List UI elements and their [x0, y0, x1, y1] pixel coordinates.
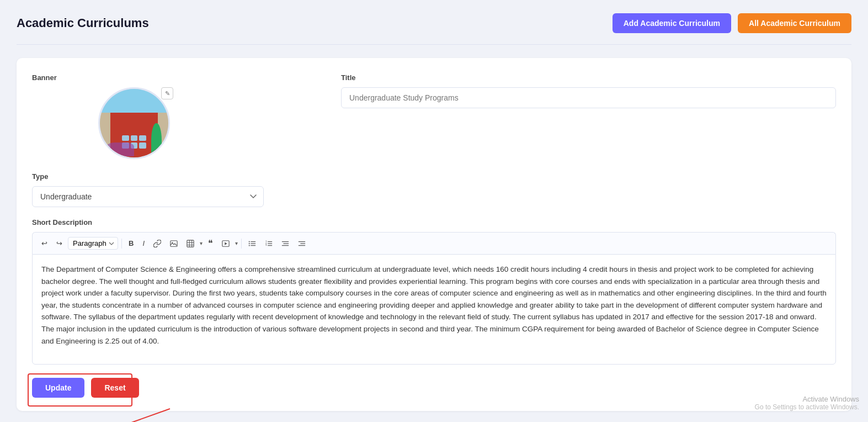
table-button[interactable] [183, 238, 198, 250]
redo-button[interactable]: ↪ [53, 237, 66, 250]
description-section: Short Description ↩ ↪ Paragraph Heading … [32, 218, 836, 365]
title-label: Title [341, 73, 836, 82]
window-cell [139, 135, 146, 141]
reset-button[interactable]: Reset [91, 378, 139, 398]
top-row: Banner [32, 73, 836, 159]
svg-point-9 [249, 241, 250, 242]
type-select[interactable]: Undergraduate Graduate Postgraduate [32, 186, 264, 207]
editor-content[interactable]: The Department of Computer Science & Eng… [32, 254, 836, 365]
tree-shape [151, 123, 162, 157]
header-divider [17, 44, 851, 45]
type-section: Type Undergraduate Graduate Postgraduate [32, 172, 836, 207]
svg-line-28 [93, 409, 170, 422]
banner-edit-icon[interactable]: ✎ [161, 87, 173, 99]
all-curriculum-button[interactable]: All Academic Curriculum [738, 13, 851, 33]
description-label: Short Description [32, 218, 836, 226]
image-button[interactable] [167, 238, 181, 250]
banner-circle [98, 87, 170, 159]
description-text: The Department of Computer Science & Eng… [41, 265, 827, 345]
ol-button[interactable]: 1.2.3. [262, 238, 276, 250]
svg-point-11 [249, 242, 250, 244]
toolbar-separator-2 [241, 239, 242, 249]
svg-marker-8 [225, 242, 227, 245]
page-header: Academic Curriculums Add Academic Curric… [17, 13, 851, 33]
table-arrow-icon: ▾ [200, 240, 203, 246]
ul-button[interactable] [245, 238, 259, 250]
action-row: Update Reset [32, 378, 836, 398]
banner-image [100, 89, 168, 157]
page-title: Academic Curriculums [17, 16, 149, 30]
people-group [106, 143, 134, 156]
annotation-arrow [82, 403, 192, 422]
italic-button[interactable]: I [139, 237, 148, 250]
window-cell [122, 135, 129, 141]
media-arrow-icon: ▾ [235, 240, 238, 246]
window-cell [131, 135, 137, 141]
outdent-button[interactable] [278, 238, 292, 250]
indent-icon [298, 240, 306, 247]
editor-toolbar: ↩ ↪ Paragraph Heading 1 Heading 2 B I [32, 232, 836, 254]
outdent-icon [281, 240, 289, 247]
main-card: Banner [17, 58, 851, 411]
quote-button[interactable]: ❝ [205, 236, 216, 251]
ul-icon [248, 240, 256, 247]
indent-button[interactable] [295, 238, 309, 250]
link-icon [153, 240, 161, 247]
toolbar-separator [121, 239, 122, 249]
type-label: Type [32, 172, 836, 181]
add-curriculum-button[interactable]: Add Academic Curriculum [613, 13, 731, 33]
header-buttons: Add Academic Curriculum All Academic Cur… [613, 13, 851, 33]
link-button[interactable] [150, 238, 164, 250]
svg-text:3.: 3. [265, 244, 268, 246]
banner-label: Banner [32, 73, 319, 82]
title-column: Title [341, 73, 836, 159]
banner-column: Banner [32, 73, 319, 159]
undo-button[interactable]: ↩ [38, 237, 51, 250]
image-icon [170, 240, 178, 247]
media-button[interactable] [219, 238, 233, 250]
window-cell [139, 143, 146, 149]
ol-icon: 1.2.3. [265, 240, 273, 247]
bold-button[interactable]: B [125, 237, 137, 250]
svg-rect-2 [187, 240, 194, 246]
media-icon [222, 240, 230, 247]
paragraph-select[interactable]: Paragraph Heading 1 Heading 2 [68, 237, 118, 250]
update-button[interactable]: Update [32, 378, 84, 398]
table-icon [187, 240, 194, 247]
title-input[interactable] [341, 87, 836, 108]
svg-point-13 [249, 245, 250, 246]
banner-image-wrapper: ✎ [98, 87, 170, 159]
